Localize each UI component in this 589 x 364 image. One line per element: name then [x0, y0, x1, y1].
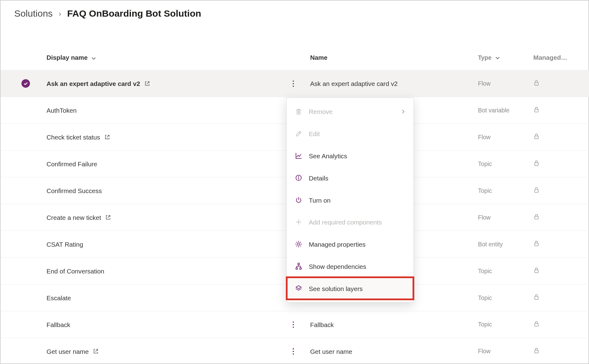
- breadcrumb-current: FAQ OnBoarding Bot Solution: [67, 8, 201, 19]
- row-select-check-icon[interactable]: [22, 79, 30, 88]
- menu-item-label: See solution layers: [309, 285, 406, 292]
- row-display-name[interactable]: Get user name: [47, 348, 89, 355]
- menu-item-label: See Analytics: [309, 152, 406, 159]
- menu-item[interactable]: Edit: [287, 123, 413, 145]
- breadcrumb: Solutions › FAQ OnBoarding Bot Solution: [1, 1, 589, 24]
- svg-rect-2: [535, 136, 538, 139]
- lock-icon: [533, 213, 540, 220]
- lock-icon: [533, 267, 540, 273]
- row-display-name[interactable]: Confirmed Failure: [47, 160, 97, 167]
- menu-item[interactable]: See solution layers: [287, 277, 413, 299]
- breadcrumb-root[interactable]: Solutions: [14, 8, 53, 19]
- row-type: Flow: [478, 134, 491, 140]
- row-context-menu: Remove Edit See Analytics Details Turn o…: [286, 98, 414, 302]
- lock-icon: [533, 294, 540, 300]
- lock-icon: [533, 160, 540, 167]
- layers-icon: [294, 284, 303, 293]
- table-row[interactable]: Ask an expert adaptive card v2 Ask an ex…: [1, 70, 589, 97]
- row-display-name[interactable]: Ask an expert adaptive card v2: [47, 80, 140, 87]
- row-type: Topic: [478, 321, 492, 328]
- svg-point-13: [298, 243, 300, 245]
- row-display-name[interactable]: Check ticket status: [47, 133, 100, 140]
- open-in-new-window-icon[interactable]: [93, 348, 99, 354]
- chevron-right-icon: [401, 109, 406, 114]
- column-type[interactable]: Type: [478, 54, 533, 61]
- row-display-name[interactable]: Create a new ticket: [47, 214, 101, 221]
- svg-rect-10: [535, 350, 538, 353]
- row-name: Fallback: [310, 321, 334, 328]
- svg-rect-8: [535, 297, 538, 299]
- column-name-label: Name: [310, 54, 327, 61]
- menu-item-label: Turn on: [309, 196, 406, 203]
- row-type: Topic: [478, 268, 492, 274]
- menu-item[interactable]: Remove: [287, 100, 413, 123]
- menu-item[interactable]: Managed properties: [287, 233, 413, 255]
- table-row[interactable]: Get user name Get user name Flow: [1, 338, 589, 364]
- sitemap-icon: [294, 262, 303, 271]
- column-name[interactable]: Name: [310, 54, 478, 61]
- row-type: Flow: [478, 80, 491, 87]
- row-name: Get user name: [310, 348, 352, 355]
- menu-item[interactable]: Details: [287, 167, 413, 189]
- open-in-new-window-icon[interactable]: [104, 134, 110, 140]
- menu-item[interactable]: Show dependencies: [287, 255, 413, 277]
- svg-rect-0: [535, 83, 538, 85]
- lock-icon: [533, 347, 540, 354]
- svg-rect-1: [535, 109, 538, 112]
- row-type: Bot entity: [478, 241, 503, 248]
- lock-icon: [533, 321, 540, 327]
- gear-icon: [294, 240, 303, 249]
- lock-icon: [533, 107, 540, 113]
- row-display-name[interactable]: AuthToken: [47, 107, 77, 114]
- plus-icon: [294, 218, 303, 226]
- row-more-actions-button[interactable]: [292, 80, 294, 87]
- lock-icon: [533, 240, 540, 247]
- menu-item-label: Managed properties: [309, 241, 406, 248]
- row-more-actions-button[interactable]: [292, 348, 294, 354]
- row-type: Topic: [478, 160, 492, 167]
- column-managed-label: Managed…: [533, 54, 567, 61]
- chevron-down-icon: [495, 55, 500, 60]
- column-display-name-label: Display name: [47, 54, 87, 61]
- row-display-name[interactable]: End of Conversation: [47, 267, 104, 274]
- table-row[interactable]: Fallback Fallback Topic: [1, 311, 589, 338]
- svg-rect-7: [535, 270, 538, 273]
- column-display-name[interactable]: Display name: [38, 54, 276, 61]
- svg-rect-4: [535, 189, 538, 192]
- row-display-name[interactable]: Escalate: [47, 294, 71, 301]
- lock-icon: [533, 187, 540, 193]
- row-type: Topic: [478, 294, 492, 301]
- menu-item-label: Show dependencies: [309, 263, 406, 270]
- svg-point-12: [299, 176, 299, 176]
- row-display-name[interactable]: Confirmed Success: [47, 187, 102, 194]
- menu-item[interactable]: See Analytics: [287, 145, 413, 167]
- row-type: Topic: [478, 187, 492, 194]
- open-in-new-window-icon[interactable]: [105, 214, 111, 220]
- menu-item-label: Details: [309, 174, 406, 181]
- row-display-name[interactable]: Fallback: [47, 321, 70, 328]
- svg-rect-9: [535, 323, 538, 326]
- info-icon: [294, 174, 303, 182]
- menu-item-label: Edit: [309, 130, 406, 137]
- row-more-actions-button[interactable]: [292, 321, 294, 328]
- column-managed[interactable]: Managed…: [533, 54, 580, 61]
- menu-item-label: Add required components: [309, 218, 406, 225]
- row-name: Ask an expert adaptive card v2: [310, 80, 398, 87]
- open-in-new-window-icon[interactable]: [144, 80, 150, 86]
- app-root: Solutions › FAQ OnBoarding Bot Solution …: [1, 1, 589, 364]
- row-type: Flow: [478, 348, 491, 354]
- table-header-row: Display name Name Type Managed…: [1, 45, 589, 71]
- lock-icon: [533, 80, 540, 86]
- svg-rect-5: [535, 216, 538, 219]
- power-icon: [294, 196, 303, 204]
- chevron-down-icon: [91, 55, 96, 60]
- menu-item[interactable]: Add required components: [287, 211, 413, 233]
- svg-rect-6: [535, 243, 538, 246]
- lock-icon: [533, 133, 540, 140]
- row-type: Bot variable: [478, 107, 510, 114]
- trash-icon: [294, 107, 303, 116]
- menu-item[interactable]: Turn on: [287, 189, 413, 211]
- breadcrumb-separator-icon: ›: [59, 9, 61, 18]
- row-display-name[interactable]: CSAT Rating: [47, 241, 83, 248]
- svg-rect-3: [535, 163, 538, 166]
